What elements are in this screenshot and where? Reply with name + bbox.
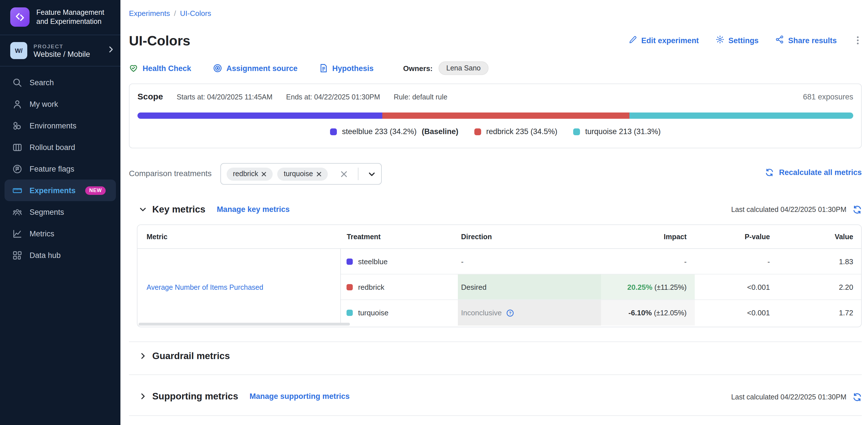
owner-pill[interactable]: Lena Sano bbox=[438, 61, 489, 75]
manage-key-metrics-link[interactable]: Manage key metrics bbox=[217, 205, 290, 214]
chip-label: turquoise bbox=[284, 170, 313, 178]
recalculate-label: Recalculate all metrics bbox=[779, 168, 862, 177]
heart-check-icon bbox=[129, 64, 138, 73]
sidebar-item-feature-flags[interactable]: Feature flags bbox=[0, 158, 120, 180]
settings-label: Settings bbox=[728, 36, 758, 44]
question-circle-icon[interactable]: ? bbox=[506, 309, 514, 317]
bullseye-icon bbox=[213, 64, 222, 73]
comparison-row: Comparison treatments redbrick turquoise bbox=[129, 163, 862, 185]
sidebar-item-label: Metrics bbox=[30, 229, 54, 238]
sidebar-item-label: Environments bbox=[30, 121, 76, 130]
sidebar-item-label: Data hub bbox=[30, 251, 61, 260]
treatment-distribution-bar bbox=[137, 113, 853, 119]
people-icon bbox=[12, 207, 22, 217]
key-metrics-last-calculated: Last calculated 04/22/2025 01:30PM bbox=[731, 205, 862, 214]
grid-icon bbox=[12, 250, 22, 260]
supporting-metrics-title: Supporting metrics bbox=[152, 391, 238, 402]
sidebar-item-label: Feature flags bbox=[30, 164, 74, 173]
sidebar-item-segments[interactable]: Segments bbox=[0, 201, 120, 223]
breadcrumb-separator: / bbox=[174, 9, 176, 18]
remove-chip-icon[interactable] bbox=[261, 171, 267, 176]
treatment-cell: turquoise bbox=[341, 300, 458, 326]
horizontal-scrollbar[interactable] bbox=[138, 323, 350, 326]
share-icon bbox=[776, 35, 784, 45]
chevron-right-icon bbox=[107, 45, 115, 56]
assignment-source-link[interactable]: Assignment source bbox=[213, 64, 298, 73]
scope-title: Scope bbox=[137, 91, 163, 101]
column-header-impact: Impact bbox=[601, 225, 694, 249]
share-results-button[interactable]: Share results bbox=[776, 35, 837, 45]
section-divider bbox=[129, 341, 862, 342]
recalculate-all-metrics-button[interactable]: Recalculate all metrics bbox=[766, 168, 862, 177]
health-check-link[interactable]: Health Check bbox=[129, 64, 191, 73]
scope-starts: Starts at: 04/20/2025 11:45AM bbox=[177, 93, 272, 101]
breadcrumb-experiments-link[interactable]: Experiments bbox=[129, 9, 170, 18]
sidebar-item-environments[interactable]: Environments bbox=[0, 115, 120, 136]
comparison-label: Comparison treatments bbox=[129, 169, 212, 178]
chevron-right-icon[interactable] bbox=[139, 352, 147, 360]
assignment-source-label: Assignment source bbox=[226, 64, 298, 72]
line-chart-icon bbox=[12, 229, 22, 238]
edit-experiment-label: Edit experiment bbox=[641, 36, 699, 44]
column-header-treatment: Treatment bbox=[341, 225, 458, 249]
comparison-treatments-select[interactable]: redbrick turquoise bbox=[220, 163, 382, 185]
breadcrumb-current-link[interactable]: UI-Colors bbox=[180, 9, 211, 18]
value-cell: 1.72 bbox=[778, 300, 861, 326]
distribution-segment-redbrick bbox=[382, 113, 629, 119]
sidebar-item-rollout-board[interactable]: Rollout board bbox=[0, 136, 120, 158]
chip-label: redbrick bbox=[233, 170, 258, 178]
refresh-icon[interactable] bbox=[852, 393, 862, 402]
sidebar-item-label: My work bbox=[30, 100, 58, 108]
legend-label: turquoise 213 (31.3%) bbox=[585, 127, 661, 136]
key-metrics-table-card: Metric Treatment Direction Impact P-valu… bbox=[137, 224, 862, 327]
p-value-cell: - bbox=[694, 249, 778, 274]
section-divider bbox=[129, 415, 862, 416]
flag-circle-icon bbox=[12, 164, 22, 174]
column-header-p-value: P-value bbox=[694, 225, 778, 249]
distribution-legend: steelblue 233 (34.2%) (Baseline) redbric… bbox=[129, 127, 861, 136]
manage-supporting-metrics-link[interactable]: Manage supporting metrics bbox=[250, 392, 350, 401]
sidebar-item-metrics[interactable]: Metrics bbox=[0, 223, 120, 244]
sidebar-item-my-work[interactable]: My work bbox=[0, 93, 120, 115]
chevron-down-icon[interactable] bbox=[139, 206, 147, 213]
hypothesis-link[interactable]: Hypothesis bbox=[319, 64, 374, 73]
key-metrics-title: Key metrics bbox=[152, 204, 205, 215]
edit-experiment-button[interactable]: Edit experiment bbox=[629, 35, 699, 45]
remove-chip-icon[interactable] bbox=[316, 171, 321, 176]
settings-button[interactable]: Settings bbox=[716, 35, 758, 45]
refresh-icon[interactable] bbox=[852, 205, 862, 214]
treatment-name: steelblue bbox=[358, 257, 388, 266]
direction-cell: Desired bbox=[458, 274, 601, 300]
key-metrics-header: Key metrics Manage key metrics bbox=[139, 204, 290, 215]
sidebar-item-data-hub[interactable]: Data hub bbox=[0, 244, 120, 266]
scope-row: Scope Starts at: 04/20/2025 11:45AM Ends… bbox=[137, 91, 447, 101]
project-name: Website / Mobile bbox=[33, 50, 90, 58]
pencil-icon bbox=[629, 35, 638, 45]
baseline-label: (Baseline) bbox=[422, 127, 458, 136]
project-switcher[interactable]: W/ PROJECT Website / Mobile bbox=[0, 35, 120, 66]
sidebar-item-experiments[interactable]: Experiments NEW bbox=[4, 180, 116, 201]
experiment-meta-row: Health Check Assignment source Hypothesi… bbox=[129, 61, 489, 75]
kebab-menu-icon[interactable] bbox=[854, 36, 862, 45]
share-results-label: Share results bbox=[788, 36, 837, 44]
app-logo-row[interactable]: Feature Management and Experimentation bbox=[0, 0, 120, 35]
chevron-down-icon[interactable] bbox=[368, 170, 375, 178]
ruler-icon bbox=[12, 185, 22, 195]
scope-card: Scope Starts at: 04/20/2025 11:45AM Ends… bbox=[129, 84, 862, 148]
columns-icon bbox=[12, 142, 22, 152]
table-header-row: Metric Treatment Direction Impact P-valu… bbox=[137, 225, 861, 249]
value-cell: 1.83 bbox=[778, 249, 861, 274]
legend-item-redbrick: redbrick 235 (34.5%) bbox=[474, 127, 558, 136]
chip-turquoise: turquoise bbox=[278, 167, 328, 180]
clear-all-icon[interactable] bbox=[340, 170, 348, 178]
legend-item-steelblue: steelblue 233 (34.2%) (Baseline) bbox=[330, 127, 458, 136]
sidebar-nav: Search My work Environments Rollout boar… bbox=[0, 71, 120, 266]
scope-rule: Rule: default rule bbox=[394, 93, 447, 101]
steelblue-swatch bbox=[347, 258, 353, 265]
legend-label: steelblue 233 (34.2%) bbox=[342, 127, 417, 136]
metric-link[interactable]: Average Number of Items Purchased bbox=[147, 283, 263, 291]
exposures-count: 681 exposures bbox=[803, 93, 853, 101]
sidebar-item-search[interactable]: Search bbox=[0, 71, 120, 93]
chevron-right-icon[interactable] bbox=[139, 393, 147, 400]
legend-item-turquoise: turquoise 213 (31.3%) bbox=[573, 127, 661, 136]
